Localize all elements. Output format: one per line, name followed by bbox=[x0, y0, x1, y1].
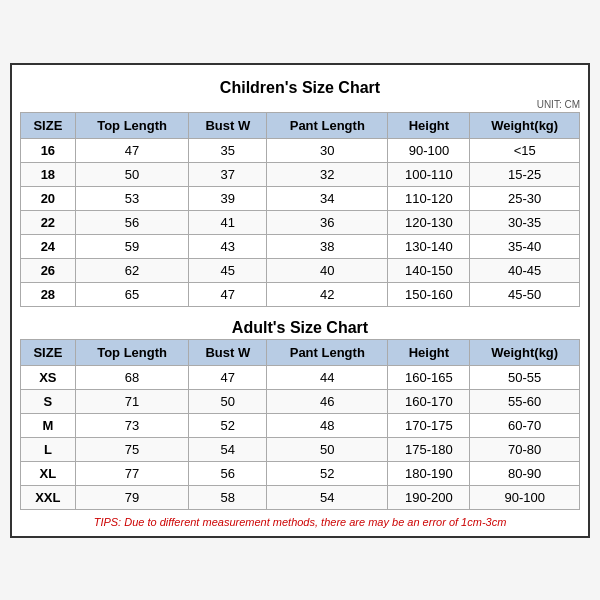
table-cell: 130-140 bbox=[388, 234, 470, 258]
adults-table: SIZE Top Length Bust W Pant Length Heigh… bbox=[20, 339, 580, 510]
adults-title: Adult's Size Chart bbox=[20, 313, 580, 339]
table-cell: 62 bbox=[75, 258, 189, 282]
adults-col-weight: Weight(kg) bbox=[470, 339, 580, 365]
table-row: XS684744160-16550-55 bbox=[21, 365, 580, 389]
table-cell: 54 bbox=[189, 437, 267, 461]
table-cell: 50-55 bbox=[470, 365, 580, 389]
children-table: SIZE Top Length Bust W Pant Length Heigh… bbox=[20, 112, 580, 307]
chart-container: Children's Size Chart UNIT: CM SIZE Top … bbox=[10, 63, 590, 538]
table-cell: 140-150 bbox=[388, 258, 470, 282]
table-row: M735248170-17560-70 bbox=[21, 413, 580, 437]
children-col-bust-w: Bust W bbox=[189, 112, 267, 138]
table-cell: 52 bbox=[267, 461, 388, 485]
table-cell: 50 bbox=[267, 437, 388, 461]
table-cell: 39 bbox=[189, 186, 267, 210]
children-header-row: SIZE Top Length Bust W Pant Length Heigh… bbox=[21, 112, 580, 138]
table-cell: 50 bbox=[189, 389, 267, 413]
table-cell: M bbox=[21, 413, 76, 437]
table-cell: 47 bbox=[75, 138, 189, 162]
table-cell: 48 bbox=[267, 413, 388, 437]
table-cell: 56 bbox=[189, 461, 267, 485]
table-cell: 53 bbox=[75, 186, 189, 210]
table-cell: 80-90 bbox=[470, 461, 580, 485]
table-cell: 30 bbox=[267, 138, 388, 162]
table-row: S715046160-17055-60 bbox=[21, 389, 580, 413]
table-cell: XS bbox=[21, 365, 76, 389]
table-cell: 59 bbox=[75, 234, 189, 258]
table-cell: 50 bbox=[75, 162, 189, 186]
adults-col-top-length: Top Length bbox=[75, 339, 189, 365]
table-cell: 22 bbox=[21, 210, 76, 234]
table-cell: XL bbox=[21, 461, 76, 485]
table-cell: 16 bbox=[21, 138, 76, 162]
table-cell: 25-30 bbox=[470, 186, 580, 210]
table-cell: 68 bbox=[75, 365, 189, 389]
table-cell: 60-70 bbox=[470, 413, 580, 437]
table-cell: 170-175 bbox=[388, 413, 470, 437]
table-cell: 47 bbox=[189, 282, 267, 306]
children-col-top-length: Top Length bbox=[75, 112, 189, 138]
table-cell: 75 bbox=[75, 437, 189, 461]
table-cell: 90-100 bbox=[470, 485, 580, 509]
table-cell: 54 bbox=[267, 485, 388, 509]
adults-header-row: SIZE Top Length Bust W Pant Length Heigh… bbox=[21, 339, 580, 365]
table-cell: 71 bbox=[75, 389, 189, 413]
table-cell: 45-50 bbox=[470, 282, 580, 306]
unit-label: UNIT: CM bbox=[20, 99, 580, 110]
table-row: 26624540140-15040-45 bbox=[21, 258, 580, 282]
table-cell: 35-40 bbox=[470, 234, 580, 258]
table-cell: 46 bbox=[267, 389, 388, 413]
table-row: 28654742150-16045-50 bbox=[21, 282, 580, 306]
table-cell: 45 bbox=[189, 258, 267, 282]
table-cell: 65 bbox=[75, 282, 189, 306]
table-cell: 43 bbox=[189, 234, 267, 258]
table-cell: 52 bbox=[189, 413, 267, 437]
table-cell: 28 bbox=[21, 282, 76, 306]
table-cell: 47 bbox=[189, 365, 267, 389]
children-col-height: Height bbox=[388, 112, 470, 138]
table-cell: 42 bbox=[267, 282, 388, 306]
table-cell: 77 bbox=[75, 461, 189, 485]
table-cell: 30-35 bbox=[470, 210, 580, 234]
table-cell: 36 bbox=[267, 210, 388, 234]
table-cell: 190-200 bbox=[388, 485, 470, 509]
table-cell: 55-60 bbox=[470, 389, 580, 413]
adults-col-size: SIZE bbox=[21, 339, 76, 365]
table-cell: 160-165 bbox=[388, 365, 470, 389]
table-row: 22564136120-13030-35 bbox=[21, 210, 580, 234]
table-cell: 15-25 bbox=[470, 162, 580, 186]
table-cell: 175-180 bbox=[388, 437, 470, 461]
table-row: 18503732100-11015-25 bbox=[21, 162, 580, 186]
table-cell: 44 bbox=[267, 365, 388, 389]
table-row: 24594338130-14035-40 bbox=[21, 234, 580, 258]
table-cell: <15 bbox=[470, 138, 580, 162]
table-cell: 110-120 bbox=[388, 186, 470, 210]
table-cell: 24 bbox=[21, 234, 76, 258]
table-cell: 120-130 bbox=[388, 210, 470, 234]
table-row: 1647353090-100<15 bbox=[21, 138, 580, 162]
table-cell: 150-160 bbox=[388, 282, 470, 306]
table-cell: 41 bbox=[189, 210, 267, 234]
table-cell: 56 bbox=[75, 210, 189, 234]
table-cell: 180-190 bbox=[388, 461, 470, 485]
adults-col-pant-length: Pant Length bbox=[267, 339, 388, 365]
adults-col-bust-w: Bust W bbox=[189, 339, 267, 365]
table-cell: 37 bbox=[189, 162, 267, 186]
table-cell: 35 bbox=[189, 138, 267, 162]
table-cell: 90-100 bbox=[388, 138, 470, 162]
table-cell: 32 bbox=[267, 162, 388, 186]
table-cell: 58 bbox=[189, 485, 267, 509]
table-row: 20533934110-12025-30 bbox=[21, 186, 580, 210]
table-cell: 38 bbox=[267, 234, 388, 258]
table-row: XXL795854190-20090-100 bbox=[21, 485, 580, 509]
children-title: Children's Size Chart bbox=[20, 73, 580, 99]
table-cell: 26 bbox=[21, 258, 76, 282]
adults-col-height: Height bbox=[388, 339, 470, 365]
children-col-weight: Weight(kg) bbox=[470, 112, 580, 138]
table-row: L755450175-18070-80 bbox=[21, 437, 580, 461]
table-row: XL775652180-19080-90 bbox=[21, 461, 580, 485]
table-cell: 34 bbox=[267, 186, 388, 210]
table-cell: 79 bbox=[75, 485, 189, 509]
table-cell: 100-110 bbox=[388, 162, 470, 186]
table-cell: XXL bbox=[21, 485, 76, 509]
